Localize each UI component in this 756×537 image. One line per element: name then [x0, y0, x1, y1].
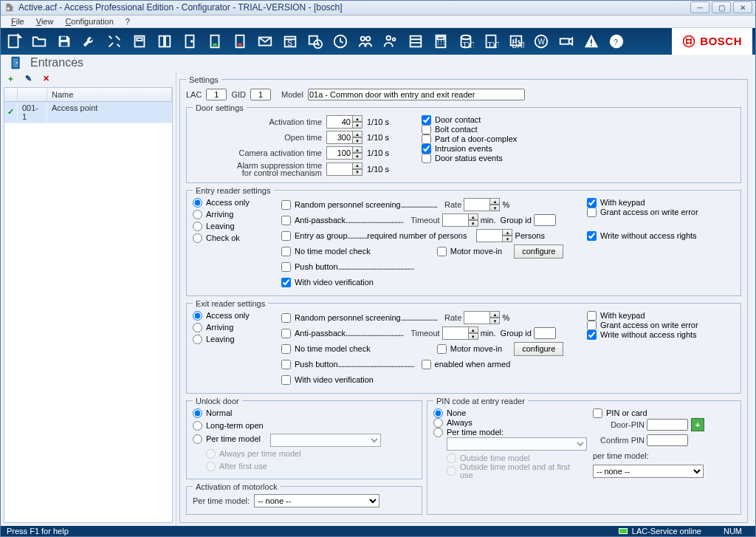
exit-antipassback-checkbox[interactable]: Anti-passback...........................…: [281, 329, 403, 338]
entry-notimemodel-checkbox[interactable]: No time model check: [281, 247, 371, 256]
add-button[interactable]: ＋: [4, 72, 17, 86]
tb-open-icon[interactable]: [29, 31, 49, 52]
tb-help-icon[interactable]: ?: [606, 31, 627, 52]
exit-leaving-radio[interactable]: Leaving: [193, 335, 274, 344]
open-time-input[interactable]: ▲▼: [326, 131, 362, 144]
tb-reader-icon[interactable]: [129, 31, 150, 52]
entry-rate-input[interactable]: ▲▼: [464, 198, 500, 211]
menu-view[interactable]: View: [30, 16, 60, 27]
entrance-table[interactable]: Name ✓ 001-1 Access point: [4, 87, 173, 523]
entry-keypad-checkbox[interactable]: With keypad: [587, 198, 727, 208]
menu-configuration[interactable]: Configuration: [59, 16, 119, 27]
pin-ptm2-select[interactable]: -- none --: [593, 465, 704, 478]
exit-pushbutton-checkbox[interactable]: Push button.............................…: [281, 360, 414, 369]
exit-motor-checkbox[interactable]: Motor move-in: [437, 344, 502, 354]
entry-timeout-input[interactable]: ▲▼: [442, 213, 478, 227]
close-button[interactable]: ✕: [733, 1, 752, 13]
door-pin-add-button[interactable]: +: [691, 418, 704, 431]
motorlock-select[interactable]: -- none --: [254, 494, 379, 507]
entry-configure-button[interactable]: configure: [514, 244, 563, 259]
tb-save-icon[interactable]: [54, 31, 75, 52]
exit-rate-input[interactable]: ▲▼: [464, 311, 500, 324]
tb-mail-icon[interactable]: [255, 31, 275, 52]
exit-enabled-armed-checkbox[interactable]: enabled when armed: [422, 360, 511, 369]
entry-access-only-radio[interactable]: Access only: [193, 198, 274, 208]
tb-clock1-icon[interactable]: [305, 31, 326, 52]
exit-keypad-checkbox[interactable]: With keypad: [587, 311, 727, 321]
exit-write-norights-checkbox[interactable]: Write without access rights: [587, 330, 727, 340]
menu-file[interactable]: File: [5, 16, 30, 27]
entry-pushbutton-checkbox[interactable]: Push button.............................…: [281, 262, 414, 272]
exit-timeout-input[interactable]: ▲▼: [442, 326, 478, 340]
menu-help[interactable]: ?: [120, 16, 136, 27]
minimize-button[interactable]: ─: [690, 1, 709, 13]
unlock-normal-radio[interactable]: Normal: [193, 408, 408, 418]
entry-video-checkbox[interactable]: With video verification: [281, 278, 374, 287]
maximize-button[interactable]: ▢: [712, 1, 731, 13]
tb-clock2-icon[interactable]: [330, 31, 351, 52]
delete-button[interactable]: ✕: [39, 72, 52, 86]
tb-usergroup-icon[interactable]: [380, 31, 401, 52]
tb-new-icon[interactable]: [4, 31, 24, 52]
activation-time-input[interactable]: ▲▼: [326, 115, 362, 129]
entry-checkok-radio[interactable]: Check ok: [193, 233, 274, 243]
unlock-longterm-radio[interactable]: Long-term open: [193, 421, 408, 431]
tb-tools-icon[interactable]: [104, 31, 125, 52]
pin-always-radio[interactable]: Always: [433, 418, 581, 428]
pin-or-card-checkbox[interactable]: PIN or card: [593, 408, 727, 418]
door-status-checkbox[interactable]: Door status events: [422, 154, 517, 163]
tb-db-icon[interactable]: TXT: [456, 31, 476, 52]
pin-ptm-radio[interactable]: Per time model:: [433, 428, 581, 437]
tb-word-icon[interactable]: W: [531, 31, 551, 52]
entry-antipassback-checkbox[interactable]: Anti-passback...........................…: [281, 216, 403, 225]
entry-grant-writeerr-checkbox[interactable]: Grant access on write error: [587, 208, 727, 217]
tb-data-icon[interactable]: DATA: [506, 31, 526, 52]
tb-txt-icon[interactable]: TXT: [481, 31, 501, 52]
entry-random-screening-checkbox[interactable]: Random personnel screening..............…: [281, 200, 437, 210]
intrusion-checkbox[interactable]: Intrusion events: [422, 144, 517, 154]
camera-time-input[interactable]: ▲▼: [326, 146, 362, 160]
tb-users-icon[interactable]: [355, 31, 376, 52]
tb-schedule-icon[interactable]: S: [280, 31, 300, 52]
door-contact-checkbox[interactable]: Door contact: [422, 115, 517, 125]
entry-groupid-input[interactable]: [534, 214, 556, 226]
table-row[interactable]: ✓ 001-1 Access point: [4, 102, 172, 123]
exit-grant-writeerr-checkbox[interactable]: Grant access on write error: [587, 321, 727, 330]
unlock-ptm-select[interactable]: [270, 434, 381, 447]
confirm-pin-input[interactable]: [647, 434, 688, 446]
entry-write-norights-checkbox[interactable]: Write without access rights: [587, 231, 727, 241]
lac-input[interactable]: [206, 89, 227, 100]
exit-access-only-radio[interactable]: Access only: [193, 311, 274, 321]
pin-ptm-select[interactable]: [447, 437, 587, 451]
unlock-ptm-radio[interactable]: Per time model: [193, 434, 261, 444]
edit-button[interactable]: ✎: [21, 72, 35, 86]
tb-reader2-icon[interactable]: [154, 31, 175, 52]
exit-groupid-input[interactable]: [534, 327, 556, 339]
gid-input[interactable]: [250, 89, 271, 100]
col-name[interactable]: Name: [47, 88, 172, 101]
tb-wrench-icon[interactable]: [79, 31, 100, 52]
tb-door-in-icon[interactable]: [205, 31, 225, 52]
tb-door-out-icon[interactable]: [230, 31, 250, 52]
alarm-supp-input[interactable]: ▲▼: [326, 163, 362, 176]
entry-leaving-radio[interactable]: Leaving: [193, 222, 274, 231]
pin-none-radio[interactable]: None: [433, 408, 581, 418]
tb-list-icon[interactable]: [405, 31, 426, 52]
entry-group-checkbox[interactable]: Entry as group .............required num…: [281, 231, 467, 241]
door-pin-input[interactable]: [647, 419, 688, 431]
exit-configure-button[interactable]: configure: [514, 342, 563, 356]
entry-arriving-radio[interactable]: Arriving: [193, 210, 274, 219]
entry-motor-checkbox[interactable]: Motor move-in: [437, 247, 502, 256]
tb-door-icon[interactable]: [179, 31, 200, 52]
exit-arriving-radio[interactable]: Arriving: [193, 323, 274, 332]
col-status[interactable]: [4, 88, 18, 101]
entry-persons-input[interactable]: ▲▼: [476, 229, 512, 242]
exit-video-checkbox[interactable]: With video verification: [281, 375, 374, 385]
tb-camera-icon[interactable]: [556, 31, 577, 52]
bolt-contact-checkbox[interactable]: Bolt contact: [422, 125, 517, 134]
tb-warning-icon[interactable]: [581, 31, 602, 52]
tb-calc-icon[interactable]: [430, 31, 451, 52]
exit-random-screening-checkbox[interactable]: Random personnel screening..............…: [281, 313, 437, 323]
col-blank[interactable]: [18, 88, 47, 101]
door-complex-checkbox[interactable]: Part of a door-complex: [422, 134, 517, 144]
